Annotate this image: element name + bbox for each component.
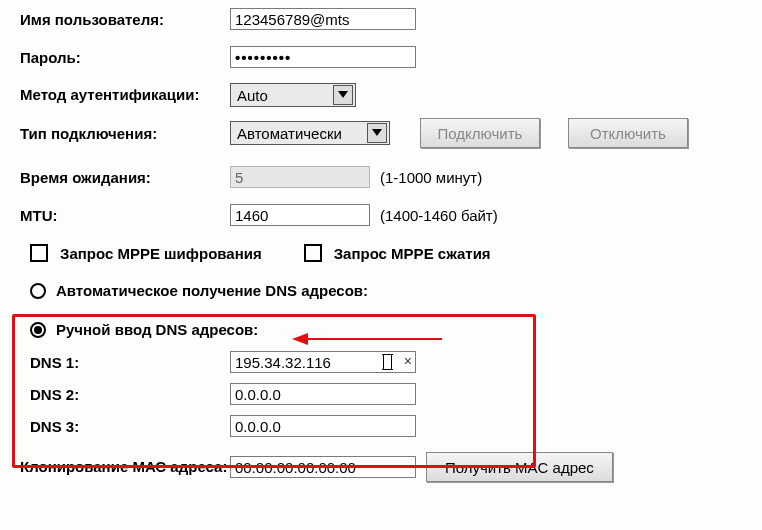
auth-label: Метод аутентификации: <box>20 86 230 103</box>
mppe-comp-label: Запрос MPPE сжатия <box>334 245 491 262</box>
chevron-down-icon <box>367 123 387 143</box>
auth-select[interactable]: Auto <box>230 83 356 107</box>
username-input[interactable] <box>230 8 416 30</box>
timeout-label: Время ожидания: <box>20 169 230 186</box>
connect-button[interactable]: Подключить <box>420 118 540 148</box>
timeout-input <box>230 166 370 188</box>
mppe-enc-checkbox[interactable] <box>30 244 48 262</box>
mppe-enc-label: Запрос MPPE шифрования <box>60 245 262 262</box>
dns-auto-label: Автоматическое получение DNS адресов: <box>56 282 368 299</box>
dns-manual-label: Ручной ввод DNS адресов: <box>56 321 258 338</box>
chevron-down-icon <box>333 85 353 105</box>
mac-label: Клонирование МАС адреса: <box>20 458 230 475</box>
text-cursor-icon <box>383 354 392 370</box>
dns1-label: DNS 1: <box>30 354 230 371</box>
dns3-input[interactable] <box>230 415 416 437</box>
auth-select-value: Auto <box>237 87 268 104</box>
get-mac-button[interactable]: Получить MAC адрес <box>426 452 613 482</box>
mtu-label: MTU: <box>20 207 230 224</box>
dns2-input[interactable] <box>230 383 416 405</box>
dns-auto-radio[interactable] <box>30 283 46 299</box>
username-label: Имя пользователя: <box>20 11 230 28</box>
password-label: Пароль: <box>20 49 230 66</box>
password-input[interactable] <box>230 46 416 68</box>
dns3-label: DNS 3: <box>30 418 230 435</box>
timeout-hint: (1-1000 минут) <box>380 169 482 186</box>
mtu-hint: (1400-1460 байт) <box>380 207 498 224</box>
mppe-comp-checkbox[interactable] <box>304 244 322 262</box>
dns-manual-radio[interactable] <box>30 322 46 338</box>
dns2-label: DNS 2: <box>30 386 230 403</box>
conntype-label: Тип подключения: <box>20 125 230 142</box>
mac-input[interactable] <box>230 456 416 478</box>
disconnect-button[interactable]: Отключить <box>568 118 688 148</box>
svg-marker-0 <box>338 91 348 98</box>
conntype-select-value: Автоматически <box>237 125 342 142</box>
clear-icon[interactable]: × <box>404 354 412 368</box>
svg-marker-1 <box>372 129 382 136</box>
mtu-input[interactable] <box>230 204 370 226</box>
conntype-select[interactable]: Автоматически <box>230 121 390 145</box>
